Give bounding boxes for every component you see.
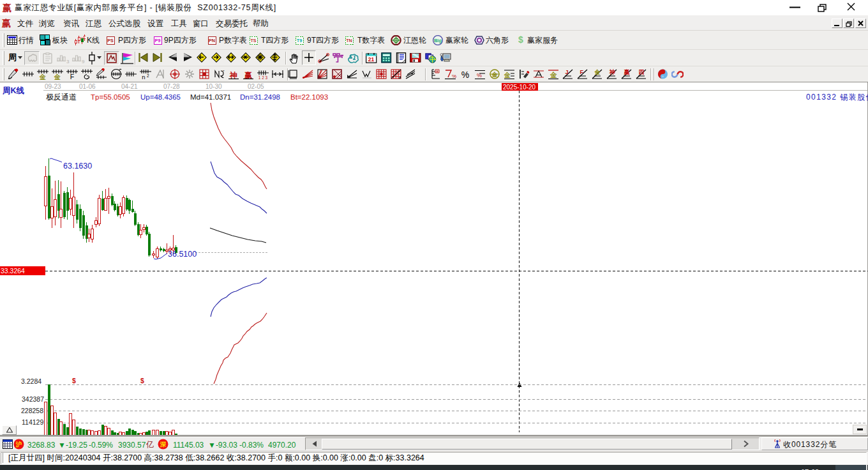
- svg-text:金: 金: [504, 72, 511, 79]
- svg-text:沪: 沪: [15, 441, 22, 448]
- svg-text:%: %: [461, 70, 469, 80]
- svg-text:PS: PS: [107, 38, 114, 43]
- svg-text:神: 神: [609, 69, 615, 75]
- svg-text:四: 四: [639, 69, 645, 75]
- svg-text:PN: PN: [209, 38, 215, 43]
- svg-text:2: 2: [147, 73, 149, 78]
- svg-text:21: 21: [368, 56, 375, 63]
- svg-text:Big: Big: [434, 38, 442, 43]
- svg-text:9: 9: [82, 59, 85, 64]
- svg-text:TS: TS: [250, 38, 256, 43]
- svg-text:金: 金: [54, 73, 61, 80]
- svg-text:F: F: [70, 73, 74, 80]
- svg-text:深: 深: [160, 441, 167, 448]
- svg-text:n: n: [142, 73, 145, 80]
- svg-text:": ": [223, 70, 225, 74]
- svg-text:1 2 3: 1 2 3: [258, 75, 268, 80]
- svg-text:金: 金: [594, 69, 601, 75]
- svg-text:J: J: [565, 69, 569, 75]
- svg-text:P9: P9: [155, 38, 161, 43]
- svg-text:TN: TN: [346, 38, 352, 43]
- svg-text:赢: 赢: [244, 71, 252, 80]
- svg-text:%: %: [452, 73, 456, 79]
- svg-text:金: 金: [39, 73, 46, 80]
- svg-text:金: 金: [550, 71, 557, 79]
- svg-text:赢: 赢: [624, 69, 630, 75]
- svg-text:3: 3: [66, 59, 70, 64]
- svg-text:神: 神: [229, 71, 237, 80]
- svg-text:T9: T9: [297, 38, 302, 43]
- svg-text:F: F: [580, 69, 584, 75]
